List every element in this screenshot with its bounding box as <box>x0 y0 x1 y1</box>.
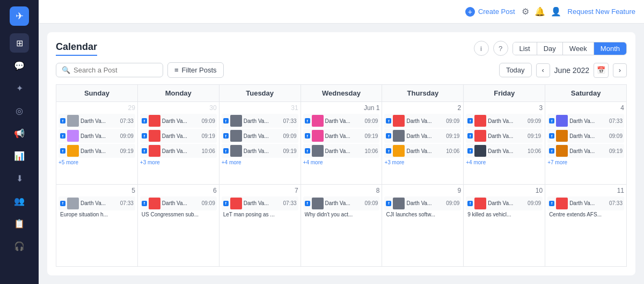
view-day-btn[interactable]: Day <box>537 42 563 55</box>
settings-icon[interactable]: ⚙ <box>522 6 529 17</box>
info-btn[interactable]: i <box>474 41 489 56</box>
post-item[interactable]: f Darth Va... 09:09 <box>58 129 135 143</box>
post-item[interactable]: f Darth Va... 09:09 <box>303 196 380 210</box>
post-item[interactable]: 9 killed as vehicl... <box>466 212 543 217</box>
sidebar-icon-publish[interactable]: ⬇ <box>10 169 29 188</box>
post-text: Europe situation h... <box>60 212 134 217</box>
post-text: Darth Va... <box>244 200 282 206</box>
post-time: 09:09 <box>120 133 134 139</box>
post-item[interactable]: f Darth Va... 07:33 <box>222 114 298 128</box>
post-item[interactable]: f Darth Va... 09:19 <box>466 129 543 143</box>
today-btn[interactable]: Today <box>499 63 532 77</box>
post-item[interactable]: Centre extends AFS... <box>547 212 624 217</box>
day-num-2: 2 <box>384 104 461 112</box>
sidebar-icon-audience[interactable]: 👥 <box>10 191 29 210</box>
post-item[interactable]: f Darth Va... 09:09 <box>222 129 298 143</box>
view-week-btn[interactable]: Week <box>563 42 594 55</box>
post-item[interactable]: f Darth Va... 09:09 <box>140 114 217 128</box>
day-num-9: 9 <box>384 187 461 194</box>
post-item[interactable]: Europe situation h... <box>58 212 135 217</box>
post-item[interactable]: Why didn't you act... <box>303 212 380 217</box>
post-text: Darth Va... <box>80 133 119 139</box>
post-item[interactable]: f Darth Va... 09:09 <box>466 196 543 210</box>
post-item[interactable]: f Darth Va... 07:33 <box>547 114 624 128</box>
post-item[interactable]: LeT man posing as ... <box>222 212 298 217</box>
sidebar-icon-engage[interactable]: ◎ <box>10 101 29 120</box>
prev-month-btn[interactable]: ‹ <box>536 63 550 77</box>
post-item[interactable]: f Darth Va... 07:33 <box>222 196 298 210</box>
post-item[interactable]: f Darth Va... 07:33 <box>58 196 135 210</box>
next-month-btn[interactable]: › <box>613 63 627 77</box>
sidebar-icon-support[interactable]: 🎧 <box>10 236 29 256</box>
sidebar-icon-content[interactable]: 📋 <box>10 214 29 233</box>
post-item[interactable]: f Darth Va... 07:33 <box>547 196 624 210</box>
post-item[interactable]: f Darth Va... 10:06 <box>466 144 543 158</box>
post-item[interactable]: f Darth Va... 10:06 <box>140 144 217 158</box>
view-month-btn[interactable]: Month <box>594 42 626 55</box>
post-item[interactable]: f Darth Va... 09:09 <box>547 129 624 143</box>
help-btn[interactable]: ? <box>493 41 508 56</box>
post-item[interactable]: f Darth Va... 09:19 <box>222 144 298 158</box>
notifications-icon[interactable]: 🔔 <box>535 6 545 17</box>
facebook-icon: f <box>305 201 310 206</box>
post-item[interactable]: US Congressmen sub... <box>140 212 217 217</box>
post-time: 09:09 <box>283 133 297 139</box>
week-row-2: 5 f Darth Va... 07:33 Europe situation h… <box>56 185 627 267</box>
more-link[interactable]: +4 more <box>466 159 543 166</box>
search-input[interactable] <box>74 66 157 74</box>
post-item[interactable]: f Darth Va... 09:19 <box>58 144 135 158</box>
post-item[interactable]: f Darth Va... 07:33 <box>58 114 135 128</box>
more-link[interactable]: +3 more <box>140 159 217 166</box>
post-time: 07:33 <box>120 200 134 206</box>
more-link[interactable]: +4 more <box>303 159 380 166</box>
post-item[interactable]: f Darth Va... 10:06 <box>303 144 380 158</box>
sidebar-icon-campaigns[interactable]: 📢 <box>10 123 29 143</box>
post-item[interactable]: f Darth Va... 09:19 <box>140 129 217 143</box>
post-text: Darth Va... <box>162 133 200 139</box>
view-list-btn[interactable]: List <box>513 42 537 55</box>
post-item[interactable]: f Darth Va... 09:19 <box>384 129 461 143</box>
day-cell-11: 11 f Darth Va... 07:33 Centre extends AF… <box>545 185 627 267</box>
request-feature-btn[interactable]: Request New Feature <box>568 8 635 16</box>
post-text: 9 killed as vehicl... <box>467 212 541 217</box>
post-item[interactable]: f Darth Va... 09:09 <box>384 114 461 128</box>
filter-posts-btn[interactable]: ≡ Filter Posts <box>167 62 224 78</box>
sidebar-icon-dashboard[interactable]: ⊞ <box>10 33 29 53</box>
profile-icon[interactable]: 👤 <box>551 6 561 17</box>
post-thumb <box>556 115 568 127</box>
post-item[interactable]: f Darth Va... 09:19 <box>303 129 380 143</box>
calendar-picker-btn[interactable]: 📅 <box>594 63 609 78</box>
day-num-30: 30 <box>140 104 217 112</box>
facebook-icon: f <box>60 133 65 139</box>
header-friday: Friday <box>464 85 545 102</box>
more-link[interactable]: +7 more <box>547 159 624 166</box>
more-link[interactable]: +3 more <box>384 159 461 166</box>
post-item[interactable]: f Darth Va... 09:09 <box>384 196 461 210</box>
facebook-icon: f <box>386 118 391 123</box>
day-cell-6: 6 f Darth Va... 09:09 US Congressmen sub… <box>138 185 219 267</box>
post-text: Darth Va... <box>325 200 363 206</box>
post-item[interactable]: f Darth Va... 10:06 <box>384 144 461 158</box>
post-item[interactable]: f Darth Va... 09:09 <box>466 114 543 128</box>
post-item[interactable]: f Darth Va... 09:09 <box>303 114 380 128</box>
more-link[interactable]: +5 more <box>58 159 135 166</box>
create-post-btn[interactable]: + Create Post <box>465 7 515 17</box>
post-time: 09:19 <box>202 133 215 139</box>
post-text: Why didn't you act... <box>305 212 378 217</box>
post-time: 10:06 <box>202 148 215 154</box>
post-item[interactable]: CJI launches softw... <box>384 212 461 217</box>
topnav-icons: ⚙ 🔔 👤 <box>522 6 561 17</box>
sidebar-icon-analytics[interactable]: ✦ <box>10 78 29 98</box>
nav-row: Today ‹ June 2022 📅 › <box>499 63 627 78</box>
day-cell-29: 29 f Darth Va... 07:33 f Darth Va... <box>56 102 138 184</box>
post-thumb <box>149 198 160 209</box>
view-buttons: List Day Week Month <box>513 42 627 55</box>
post-item[interactable]: f Darth Va... 09:19 <box>547 144 624 158</box>
sidebar-logo: ✈ <box>10 6 29 26</box>
facebook-icon: f <box>549 148 554 154</box>
sidebar-icon-reports[interactable]: 📊 <box>10 146 29 165</box>
sidebar-icon-messages[interactable]: 💬 <box>10 56 29 75</box>
post-text: Darth Va... <box>406 148 444 154</box>
post-item[interactable]: f Darth Va... 09:09 <box>140 196 217 210</box>
more-link[interactable]: +4 more <box>222 159 298 166</box>
